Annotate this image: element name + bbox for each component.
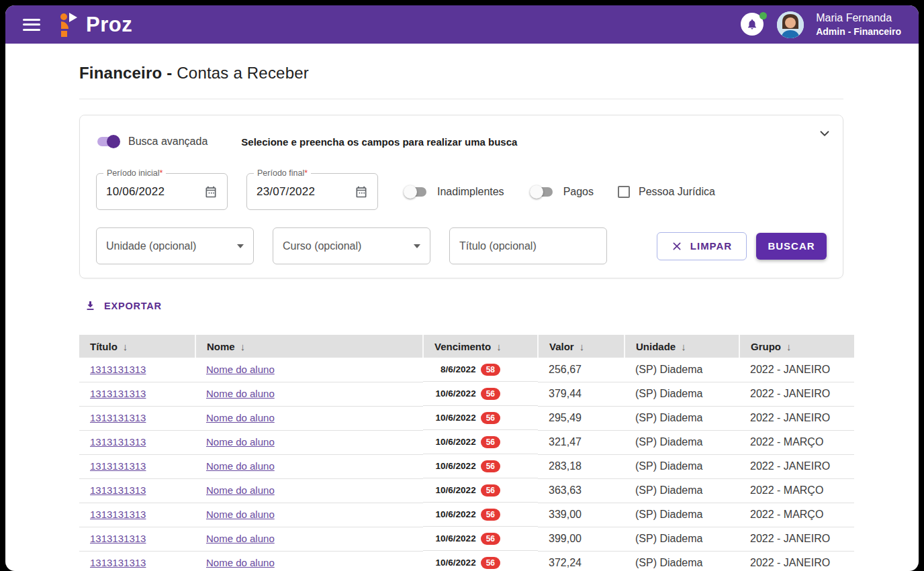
nome-link[interactable]: Nome do aluno [206,364,275,375]
period-start-label: Período inicial* [103,168,166,178]
page-title-section: Financeiro - [79,64,177,82]
pessoa-juridica-checkbox-group[interactable]: Pessoa Jurídica [618,186,715,198]
sort-arrow-icon[interactable]: ↓ [681,341,686,352]
column-header-titulo[interactable]: Título↓ [79,335,195,358]
titulo-link[interactable]: 1313131313 [90,412,146,423]
sort-arrow-icon[interactable]: ↓ [786,341,792,352]
grupo-cell: 2022 - MARÇO [739,478,854,503]
advanced-search-panel: Busca avançada Selecione e preencha os c… [79,115,843,278]
limpar-label: LIMPAR [690,240,732,252]
app-logo: Proz [59,11,132,38]
bell-icon [746,18,758,30]
valor-cell: 372,24 [538,551,625,571]
download-icon [85,300,96,311]
sort-arrow-icon[interactable]: ↓ [123,341,128,352]
calendar-icon[interactable] [204,185,218,199]
user-avatar[interactable] [777,11,804,38]
nome-link[interactable]: Nome do aluno [206,412,275,423]
table-row: 1313131313Nome do aluno8/6/202258256,67(… [79,358,854,382]
sort-arrow-icon[interactable]: ↓ [496,341,502,352]
dias-atraso-badge: 56 [481,484,500,497]
table-row: 1313131313Nome do aluno10/6/202256283,18… [79,454,854,478]
titulo-link[interactable]: 1313131313 [90,533,146,544]
titulo-link[interactable]: 1313131313 [90,460,146,472]
nome-link[interactable]: Nome do aluno [206,509,275,520]
valor-cell: 379,44 [538,382,625,406]
dias-atraso-badge: 56 [481,460,500,472]
dias-atraso-badge: 56 [481,533,500,545]
clear-x-icon [672,241,682,252]
proz-logo-icon [59,11,82,38]
hamburger-menu-icon[interactable] [23,15,40,34]
table-row: 1313131313Nome do aluno10/6/202256379,44… [79,382,854,406]
column-header-nome[interactable]: Nome↓ [195,335,423,358]
sort-arrow-icon[interactable]: ↓ [240,341,246,352]
titulo-link[interactable]: 1313131313 [90,364,146,375]
curso-select[interactable]: Curso (opcional) [273,227,430,264]
table-row: 1313131313Nome do aluno10/6/202256363,63… [79,478,854,503]
inadimplentes-toggle[interactable] [404,185,428,199]
pessoa-juridica-checkbox[interactable] [618,186,630,198]
column-header-valor[interactable]: Valor↓ [538,335,625,358]
nome-link[interactable]: Nome do aluno [206,557,275,568]
grupo-cell: 2022 - MARÇO [739,430,854,454]
titulo-link[interactable]: 1313131313 [90,388,146,399]
collapse-panel-button[interactable] [817,126,832,144]
column-label: Vencimento [434,341,491,352]
titulo-link[interactable]: 1313131313 [90,436,146,448]
advanced-search-toggle[interactable] [96,135,120,148]
valor-cell: 283,18 [538,454,625,478]
sort-arrow-icon[interactable]: ↓ [580,341,585,352]
nome-link[interactable]: Nome do aluno [206,460,275,472]
pagos-toggle[interactable] [530,185,554,199]
dias-atraso-badge: 56 [481,388,500,400]
notifications-button[interactable] [741,13,765,37]
user-name: Maria Fernanda [816,11,901,25]
titulo-link[interactable]: 1313131313 [90,557,146,568]
pagos-label: Pagos [563,186,594,198]
column-label: Valor [549,341,574,352]
buscar-button[interactable]: BUSCAR [756,233,827,260]
nome-link[interactable]: Nome do aluno [206,533,275,544]
titulo-link[interactable]: 1313131313 [90,509,146,520]
unidade-select[interactable]: Unidade (opcional) [96,227,254,264]
period-end-field[interactable]: Período final* 23/07/2022 [246,173,378,210]
page-title: Financeiro - Contas a Receber [79,64,843,83]
vencimento-date: 10/6/2022 [436,413,476,423]
unidade-cell: (SP) Diadema [625,503,739,527]
dropdown-caret-icon [237,244,244,248]
valor-cell: 363,63 [538,478,625,503]
grupo-cell: 2022 - JANEIRO [739,551,854,571]
period-start-field[interactable]: Período inicial* 10/06/2022 [96,173,228,210]
curso-select-placeholder: Curso (opcional) [283,240,361,252]
dias-atraso-badge: 56 [481,557,500,569]
titulo-input[interactable] [459,240,597,252]
unidade-cell: (SP) Diadema [625,430,739,454]
nome-link[interactable]: Nome do aluno [206,484,275,496]
titulo-input-field[interactable] [449,227,607,264]
nome-link[interactable]: Nome do aluno [206,388,275,399]
vencimento-date: 8/6/2022 [441,364,476,374]
calendar-icon[interactable] [355,185,368,199]
column-label: Nome [207,341,235,352]
column-header-unidade[interactable]: Unidade↓ [625,335,739,358]
grupo-cell: 2022 - JANEIRO [739,454,854,478]
chevron-down-icon [817,126,832,141]
dias-atraso-badge: 58 [481,364,500,376]
nome-link[interactable]: Nome do aluno [206,436,275,448]
vencimento-date: 10/6/2022 [436,461,476,471]
advanced-search-toggle-label: Busca avançada [128,136,207,148]
table-row: 1313131313Nome do aluno10/6/202256321,47… [79,430,854,454]
column-header-vencimento[interactable]: Vencimento↓ [423,335,538,358]
table-row: 1313131313Nome do aluno10/6/202256339,00… [79,503,854,527]
table-header-row: Título↓Nome↓Vencimento↓Valor↓Unidade↓Gru… [79,335,854,358]
unidade-select-placeholder: Unidade (opcional) [106,240,196,252]
grupo-cell: 2022 - JANEIRO [739,527,854,551]
valor-cell: 321,47 [538,430,625,454]
grupo-cell: 2022 - JANEIRO [739,358,854,382]
column-header-grupo[interactable]: Grupo↓ [739,335,854,358]
limpar-button[interactable]: LIMPAR [657,232,747,260]
valor-cell: 399,00 [538,527,625,551]
exportar-button[interactable]: EXPORTAR [79,300,162,311]
titulo-link[interactable]: 1313131313 [90,484,146,496]
